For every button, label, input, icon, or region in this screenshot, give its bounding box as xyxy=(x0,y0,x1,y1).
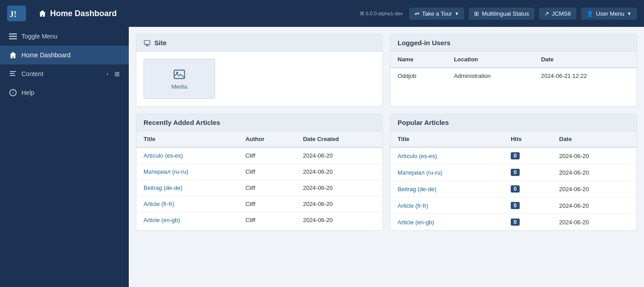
sidebar-item-toggle[interactable]: Toggle Menu xyxy=(0,27,129,46)
main-content: Site Media Logged-in Users xyxy=(129,27,644,287)
table-row: Artículo (es-es) 0 2024-06-20 xyxy=(390,147,636,164)
table-row: Beitrag (de-de) 0 2024-06-20 xyxy=(390,181,636,197)
col-hits: Hits xyxy=(504,131,552,147)
popular-hits: 0 xyxy=(504,164,552,181)
popular-title[interactable]: Article (en-gb) xyxy=(390,214,504,231)
table-row: Artículo (es-es) Cliff 2024-06-20 xyxy=(136,147,382,164)
user-chevron-icon: ▼ xyxy=(627,11,631,16)
logged-in-users-table: Name Location Date Oddjob Administration… xyxy=(390,51,636,84)
article-title[interactable]: Beitrag (de-de) xyxy=(136,180,238,196)
user-menu-button[interactable]: 👤 User Menu ▼ xyxy=(581,8,637,20)
svg-rect-7 xyxy=(10,75,16,76)
table-row: Beitrag (de-de) Cliff 2024-06-20 xyxy=(136,180,382,196)
logged-in-users-header: Logged-in Users xyxy=(390,34,636,51)
topnav-right: ⌘ 6.0.0-alpha1-dev ⇌ Take a Tour ▼ ⊞ Mul… xyxy=(360,8,637,20)
user-name: Oddjob xyxy=(390,68,447,84)
svg-rect-6 xyxy=(10,73,15,74)
sidebar-item-help[interactable]: ? Help xyxy=(0,83,129,102)
table-row: Материал (ru-ru) 0 2024-06-20 xyxy=(390,164,636,181)
monitor-icon xyxy=(144,39,151,47)
user-location: Administration xyxy=(447,68,534,84)
svg-rect-3 xyxy=(9,36,17,37)
popular-hits: 0 xyxy=(504,181,552,197)
logo[interactable]: J! xyxy=(7,5,26,21)
table-row: Article (en-gb) Cliff 2024-06-20 xyxy=(136,212,382,228)
svg-text:J!: J! xyxy=(10,10,17,19)
popular-articles-header-row: Title Hits Date xyxy=(390,131,636,147)
article-title[interactable]: Artículo (es-es) xyxy=(136,147,238,164)
jcms-icon: ↗ xyxy=(544,10,549,17)
col-date-created: Date Created xyxy=(296,131,382,147)
col-date: Date xyxy=(534,51,636,68)
help-icon: ? xyxy=(9,89,17,97)
content-expand-icon: › xyxy=(106,71,108,77)
popular-title[interactable]: Материал (ru-ru) xyxy=(390,164,504,181)
popular-hits: 0 xyxy=(504,197,552,214)
recent-articles-table: Title Author Date Created Artículo (es-e… xyxy=(136,131,382,228)
home-icon xyxy=(38,9,47,17)
multilingual-icon: ⊞ xyxy=(474,10,479,17)
sidebar: Toggle Menu Home Dashboard Content › ⊞ ?… xyxy=(0,27,129,287)
site-panel-header: Site xyxy=(136,34,382,51)
popular-hits: 0 xyxy=(504,147,552,164)
svg-rect-5 xyxy=(10,71,16,72)
article-date: 2024-06-20 xyxy=(296,147,382,164)
popular-title[interactable]: Beitrag (de-de) xyxy=(390,181,504,197)
topnav: J! Home Dashboard ⌘ 6.0.0-alpha1-dev ⇌ T… xyxy=(0,0,644,27)
tour-chevron-icon: ▼ xyxy=(454,11,459,16)
image-icon xyxy=(173,68,186,81)
popular-hits: 0 xyxy=(504,214,552,231)
popular-date: 2024-06-20 xyxy=(552,197,636,214)
table-row: Материал (ru-ru) Cliff 2024-06-20 xyxy=(136,164,382,180)
col-title: Title xyxy=(136,131,238,147)
menu-icon xyxy=(9,32,17,40)
logged-in-users-panel: Logged-in Users Name Location Date Oddjo… xyxy=(390,34,637,107)
jcms-button[interactable]: ↗ JCMS6 xyxy=(539,8,576,20)
table-row: Oddjob Administration 2024-06-21 12:22 xyxy=(390,68,636,84)
col-popular-date: Date xyxy=(552,131,636,147)
site-panel: Site Media xyxy=(136,34,383,107)
svg-rect-4 xyxy=(9,39,17,39)
article-title[interactable]: Материал (ru-ru) xyxy=(136,164,238,180)
article-date: 2024-06-20 xyxy=(296,196,382,212)
body-wrap: Toggle Menu Home Dashboard Content › ⊞ ?… xyxy=(0,27,644,287)
svg-rect-10 xyxy=(144,40,150,44)
article-author: Cliff xyxy=(238,147,296,164)
version-badge: ⌘ 6.0.0-alpha1-dev xyxy=(360,11,403,17)
logged-in-users-header-row: Name Location Date xyxy=(390,51,636,68)
article-title[interactable]: Article (en-gb) xyxy=(136,212,238,228)
article-author: Cliff xyxy=(238,164,296,180)
topnav-title-text: Home Dashboard xyxy=(50,9,117,18)
popular-title[interactable]: Article (fr-fr) xyxy=(390,197,504,214)
popular-articles-table: Title Hits Date Artículo (es-es) 0 2024-… xyxy=(390,131,636,230)
sidebar-item-home[interactable]: Home Dashboard xyxy=(0,46,129,64)
col-popular-title: Title xyxy=(390,131,504,147)
home-sidebar-icon xyxy=(9,51,17,59)
multilingual-button[interactable]: ⊞ Multilingual Status xyxy=(469,8,534,20)
take-tour-button[interactable]: ⇌ Take a Tour ▼ xyxy=(409,8,465,20)
svg-rect-11 xyxy=(146,45,148,46)
col-author: Author xyxy=(238,131,296,147)
svg-text:?: ? xyxy=(12,91,14,96)
popular-title[interactable]: Artículo (es-es) xyxy=(390,147,504,164)
popular-date: 2024-06-20 xyxy=(552,147,636,164)
user-icon: 👤 xyxy=(586,10,593,17)
article-title[interactable]: Article (fr-fr) xyxy=(136,196,238,212)
tour-icon: ⇌ xyxy=(415,10,419,17)
recent-articles-header: Recently Added Articles xyxy=(136,114,382,131)
article-date: 2024-06-20 xyxy=(296,212,382,228)
user-date: 2024-06-21 12:22 xyxy=(534,68,636,84)
popular-articles-panel: Popular Articles Title Hits Date Artícul… xyxy=(390,114,637,231)
popular-date: 2024-06-20 xyxy=(552,214,636,231)
col-location: Location xyxy=(447,51,534,68)
svg-rect-12 xyxy=(145,45,149,46)
table-row: Article (fr-fr) 0 2024-06-20 xyxy=(390,197,636,214)
media-tile[interactable]: Media xyxy=(144,59,215,99)
col-name: Name xyxy=(390,51,447,68)
sidebar-item-content[interactable]: Content › ⊞ xyxy=(0,64,129,83)
recent-articles-panel: Recently Added Articles Title Author Dat… xyxy=(136,114,383,231)
popular-date: 2024-06-20 xyxy=(552,164,636,181)
table-row: Article (en-gb) 0 2024-06-20 xyxy=(390,214,636,231)
article-date: 2024-06-20 xyxy=(296,164,382,180)
content-icon xyxy=(9,70,17,78)
